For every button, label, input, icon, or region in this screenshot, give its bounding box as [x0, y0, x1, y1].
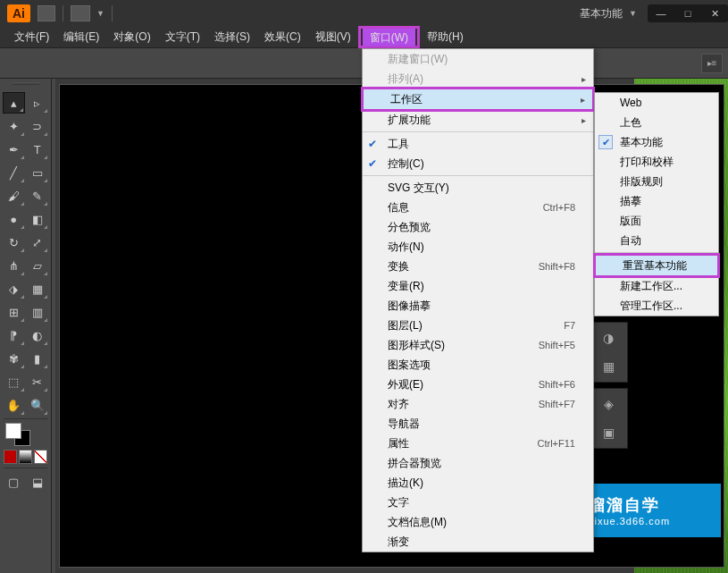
- hand-tool[interactable]: ✋: [3, 394, 25, 416]
- rectangle-tool[interactable]: ▭: [27, 162, 49, 183]
- width-tool[interactable]: ⋔: [3, 255, 25, 276]
- menu-edit[interactable]: 编辑(E): [56, 27, 106, 47]
- workspace-reset-essentials[interactable]: 重置基本功能: [596, 256, 717, 275]
- menu-item-tools[interactable]: ✔工具: [363, 134, 593, 154]
- eraser-tool[interactable]: ◧: [27, 208, 49, 230]
- menu-item-image-trace[interactable]: 图像描摹: [363, 296, 593, 316]
- magic-wand-tool[interactable]: ✦: [3, 115, 25, 137]
- fill-color-swatch[interactable]: [5, 423, 21, 439]
- selection-tool[interactable]: ▴: [3, 92, 25, 114]
- workspace-automation[interactable]: 自动: [595, 231, 718, 250]
- menu-help[interactable]: 帮助(H): [420, 27, 471, 47]
- lasso-tool[interactable]: ⊃: [27, 115, 49, 137]
- workspace-web[interactable]: Web: [595, 93, 718, 113]
- workspace-painting[interactable]: 上色: [595, 113, 718, 132]
- screen-mode-normal[interactable]: ▢: [3, 471, 25, 493]
- menu-item-transform[interactable]: 变换Shift+F8: [363, 257, 593, 276]
- slice-tool[interactable]: ✂: [27, 371, 49, 392]
- shape-builder-tool[interactable]: ⬗: [3, 278, 25, 299]
- workspace-layout[interactable]: 版面: [595, 211, 718, 231]
- menu-item-flattener-preview[interactable]: 拼合器预览: [363, 453, 593, 473]
- menu-item-type[interactable]: 文字: [363, 493, 593, 512]
- panel-grip[interactable]: [2, 82, 49, 91]
- menu-item-align[interactable]: 对齐Shift+F7: [363, 394, 593, 414]
- menu-item-graphic-styles[interactable]: 图形样式(S)Shift+F5: [363, 335, 593, 355]
- direct-selection-tool[interactable]: ▹: [27, 92, 48, 114]
- menu-item-appearance[interactable]: 外观(E)Shift+F6: [363, 375, 593, 394]
- symbol-sprayer-tool[interactable]: ✾: [3, 348, 25, 369]
- maximize-button[interactable]: □: [674, 4, 701, 22]
- watermark-url: zixue.3d66.com: [589, 516, 670, 527]
- scale-tool[interactable]: ⤢: [27, 232, 49, 253]
- close-button[interactable]: ✕: [701, 4, 728, 22]
- workspace-essentials[interactable]: ✔基本功能: [595, 132, 718, 152]
- paintbrush-tool[interactable]: 🖌: [3, 185, 25, 206]
- minimize-button[interactable]: —: [648, 4, 674, 22]
- artboard-tool[interactable]: ⬚: [3, 371, 25, 392]
- perspective-grid-tool[interactable]: ▦: [27, 278, 49, 299]
- fill-stroke-swatch[interactable]: [2, 421, 49, 448]
- window-menu-dropdown: 新建窗口(W) 排列(A) 工作区 扩展功能 ✔工具 ✔控制(C) SVG 交互…: [362, 48, 594, 552]
- menu-item-svg-interactivity[interactable]: SVG 交互(Y): [363, 178, 593, 198]
- menu-select[interactable]: 选择(S): [207, 27, 257, 47]
- annotation-highlight: 窗口(W): [358, 26, 420, 48]
- zoom-tool[interactable]: 🔍: [27, 394, 49, 416]
- panel-collapse-button[interactable]: ▸≡: [701, 54, 723, 73]
- menu-view[interactable]: 视图(V): [308, 27, 358, 47]
- workspace-tracing[interactable]: 描摹: [595, 191, 718, 211]
- mesh-tool[interactable]: ⊞: [3, 301, 25, 323]
- menu-item-actions[interactable]: 动作(N): [363, 237, 593, 257]
- arrange-documents-icon[interactable]: [71, 5, 90, 21]
- column-graph-tool[interactable]: ▮: [27, 348, 49, 369]
- menu-item-navigator[interactable]: 导航器: [363, 414, 593, 434]
- color-mode-gradient[interactable]: [19, 450, 32, 464]
- chevron-down-icon[interactable]: ▼: [96, 9, 105, 18]
- bridge-icon[interactable]: [38, 5, 55, 21]
- gradient-tool[interactable]: ▥: [27, 301, 49, 323]
- menu-item-variables[interactable]: 变量(R): [363, 276, 593, 296]
- menu-item-separations-preview[interactable]: 分色预览: [363, 217, 593, 237]
- menu-item-workspace[interactable]: 工作区: [364, 89, 592, 109]
- blend-tool[interactable]: ◐: [27, 324, 49, 346]
- menu-item-document-info[interactable]: 文档信息(M): [363, 512, 593, 532]
- workspace-switcher[interactable]: 基本功能: [580, 6, 623, 21]
- rotate-tool[interactable]: ↻: [3, 232, 25, 253]
- pencil-tool[interactable]: ✎: [27, 185, 49, 206]
- menu-item-stroke[interactable]: 描边(K): [363, 473, 593, 493]
- swatches-panel-icon[interactable]: ▦: [598, 357, 618, 376]
- workspace-manage[interactable]: 管理工作区...: [595, 296, 718, 316]
- menu-item-attributes[interactable]: 属性Ctrl+F11: [363, 434, 593, 453]
- menu-type[interactable]: 文字(T): [158, 27, 207, 47]
- menu-item-gradient[interactable]: 渐变: [363, 532, 593, 552]
- menu-effect[interactable]: 效果(C): [257, 27, 308, 47]
- workspace-new[interactable]: 新建工作区...: [595, 276, 718, 296]
- layers-panel-icon[interactable]: ▣: [598, 423, 618, 442]
- panel-group-1[interactable]: ◑ ▦: [589, 322, 628, 383]
- color-panel-icon[interactable]: ◑: [598, 328, 618, 348]
- menu-item-new-window[interactable]: 新建窗口(W): [363, 49, 593, 69]
- menu-item-arrange[interactable]: 排列(A): [363, 69, 593, 88]
- menu-item-control[interactable]: ✔控制(C): [363, 154, 593, 173]
- menu-item-layers[interactable]: 图层(L)F7: [363, 316, 593, 335]
- type-tool[interactable]: T: [27, 139, 49, 160]
- workspace-printing-proofing[interactable]: 打印和校样: [595, 152, 718, 172]
- color-mode-none[interactable]: [34, 450, 47, 464]
- stroke-panel-icon[interactable]: ◈: [598, 394, 618, 414]
- menu-window[interactable]: 窗口(W): [363, 29, 415, 46]
- workspace-typography[interactable]: 排版规则: [595, 172, 718, 191]
- line-tool[interactable]: ╱: [3, 162, 25, 183]
- menu-object[interactable]: 对象(O): [106, 27, 157, 47]
- separator: [63, 5, 63, 21]
- panel-group-2[interactable]: ◈ ▣: [589, 388, 628, 449]
- menu-item-info[interactable]: 信息Ctrl+F8: [363, 198, 593, 217]
- eyedropper-tool[interactable]: ⁋: [3, 324, 25, 346]
- pen-tool[interactable]: ✒: [3, 139, 25, 160]
- color-mode-solid[interactable]: [4, 450, 17, 464]
- screen-mode-toggle[interactable]: ⬓: [27, 471, 49, 493]
- free-transform-tool[interactable]: ▱: [27, 255, 49, 276]
- menu-file[interactable]: 文件(F): [7, 27, 56, 47]
- menu-item-extensions[interactable]: 扩展功能: [363, 110, 593, 130]
- blob-brush-tool[interactable]: ●: [3, 208, 25, 230]
- chevron-down-icon[interactable]: ▼: [629, 9, 637, 18]
- menu-item-pattern-options[interactable]: 图案选项: [363, 355, 593, 375]
